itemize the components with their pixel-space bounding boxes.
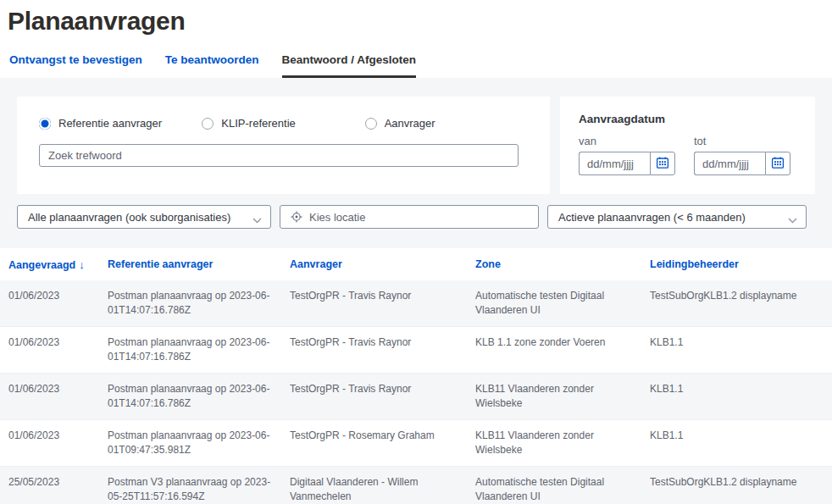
search-filter-panel: Referentie aanvrager KLIP-referentie Aan… [17,97,550,194]
cell-zone: KLB 1.1 zone zonder Voeren [475,335,650,364]
tab-ontvangst-te-bevestigen[interactable]: Ontvangst te bevestigen [9,53,142,78]
calendar-icon [656,156,669,172]
cell-referentie-aanvrager: Postman planaanvraag op 2023-06-01T14:07… [108,289,290,318]
tab-te-beantwoorden[interactable]: Te beantwoorden [165,53,259,78]
tab-beantwoord-afgesloten[interactable]: Beantwoord / Afgesloten [282,53,417,78]
table-row[interactable]: 01/06/2023 Postman planaanvraag op 2023-… [0,420,832,467]
radio-button-icon[interactable] [202,118,214,130]
cell-leidingbeheerder: KLB1.1 [650,429,832,457]
cell-referentie-aanvrager: Postman V3 planaanvraag op 2023-05-25T11… [108,475,290,504]
table-row[interactable]: 01/06/2023 Postman planaanvraag op 2023-… [0,280,832,327]
cell-aanvrager: TestOrgPR - Rosemary Graham [290,429,475,457]
chevron-down-icon [252,213,262,226]
radio-label: Aanvrager [385,117,435,130]
cell-aangevraagd: 01/06/2023 [8,382,108,411]
radio-label: KLIP-referentie [221,117,295,130]
cell-zone: KLB11 Vlaanderen zonder Wielsbeke [475,429,650,457]
search-type-radio-group: Referentie aanvrager KLIP-referentie Aan… [39,117,528,130]
search-input[interactable] [39,144,519,167]
cell-referentie-aanvrager: Postman planaanvraag op 2023-06-01T14:07… [108,335,290,364]
column-header-aangevraagd[interactable]: Aangevraagd↓ [8,258,108,271]
cell-aangevraagd: 25/05/2023 [8,475,108,504]
cell-leidingbeheerder: TestSubOrgKLB1.2 displayname [650,289,832,318]
scope-dropdown[interactable]: Alle planaanvragen (ook suborganisaties) [17,205,271,229]
calendar-icon [771,156,785,172]
location-target-icon [291,211,302,223]
cell-leidingbeheerder: KLB1.1 [650,382,832,411]
table-header-row: Aangevraagd↓ Referentie aanvrager Aanvra… [0,248,832,280]
cell-referentie-aanvrager: Postman planaanvraag op 2023-06-01T14:07… [108,382,290,411]
table-row[interactable]: 01/06/2023 Postman planaanvraag op 2023-… [0,327,832,374]
table-row[interactable]: 25/05/2023 Postman V3 planaanvraag op 20… [0,467,832,504]
cell-aangevraagd: 01/06/2023 [8,335,108,364]
date-from-input[interactable] [579,152,650,175]
date-from-label: van [579,135,675,147]
status-dropdown[interactable]: Actieve planaanvragen (< 6 maanden) [547,205,807,229]
status-dropdown-value: Actieve planaanvragen (< 6 maanden) [558,211,746,224]
cell-aanvrager: Digitaal Vlaanderen - Willem Vanmechelen [290,475,475,504]
cell-aangevraagd: 01/06/2023 [8,429,108,457]
table-body: 01/06/2023 Postman planaanvraag op 2023-… [0,280,832,504]
column-header-leidingbeheerder[interactable]: Leidingbeheerder [650,258,832,270]
chevron-down-icon [788,213,797,226]
date-to-input[interactable] [694,152,765,175]
cell-leidingbeheerder: KLB1.1 [650,335,832,364]
date-to-column: tot [694,135,790,175]
column-header-zone[interactable]: Zone [475,258,650,270]
table-row[interactable]: 01/06/2023 Postman planaanvraag op 2023-… [0,374,832,420]
date-filter-panel: Aanvraagdatum van [560,97,815,194]
column-header-referentie-aanvrager[interactable]: Referentie aanvrager [108,258,290,270]
filter-zone: Referentie aanvrager KLIP-referentie Aan… [0,78,832,248]
cell-aangevraagd: 01/06/2023 [8,289,108,318]
date-to-calendar-button[interactable] [765,152,790,175]
cell-leidingbeheerder: TestSubOrgKLB1.2 displayname [650,475,832,504]
scope-dropdown-value: Alle planaanvragen (ook suborganisaties) [28,211,230,224]
cell-zone: KLB11 Vlaanderen zonder Wielsbeke [475,382,650,411]
sort-descending-icon: ↓ [79,258,85,271]
results-table: Aangevraagd↓ Referentie aanvrager Aanvra… [0,248,832,504]
cell-aanvrager: TestOrgPR - Travis Raynor [290,382,475,411]
location-placeholder: Kies locatie [309,211,365,224]
radio-aanvrager[interactable]: Aanvrager [365,117,528,130]
radio-klip-referentie[interactable]: KLIP-referentie [202,117,364,130]
cell-zone: Automatische testen Digitaal Vlaanderen … [475,289,650,318]
date-from-column: van [579,135,675,175]
location-input[interactable]: Kies locatie [280,205,539,229]
cell-aanvrager: TestOrgPR - Travis Raynor [290,289,475,318]
column-header-aanvrager[interactable]: Aanvrager [290,258,475,270]
cell-zone: Automatische testen Digitaal Vlaanderen … [475,475,650,504]
radio-label: Referentie aanvrager [58,117,162,130]
tab-bar: Ontvangst te bevestigen Te beantwoorden … [9,53,832,78]
radio-button-icon[interactable] [39,118,51,130]
date-filter-title: Aanvraagdatum [579,113,815,125]
date-to-label: tot [694,135,790,147]
radio-button-icon[interactable] [365,118,377,130]
page-title: Planaanvragen [8,7,832,36]
date-from-calendar-button[interactable] [650,152,675,175]
cell-referentie-aanvrager: Postman planaanvraag op 2023-06-01T09:47… [108,429,290,457]
radio-referentie-aanvrager[interactable]: Referentie aanvrager [39,117,202,130]
cell-aanvrager: TestOrgPR - Travis Raynor [290,335,475,364]
